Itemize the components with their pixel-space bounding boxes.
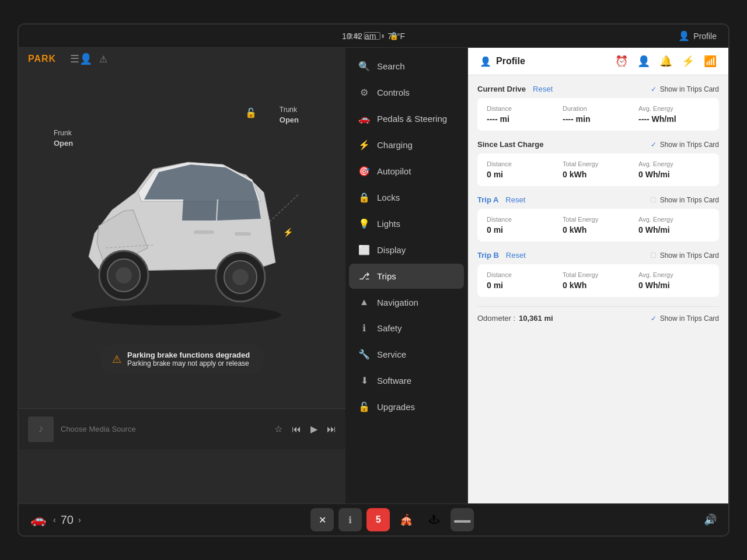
svg-rect-7 xyxy=(194,230,214,234)
trip-b-distance-label: Distance xyxy=(487,271,558,278)
svg-point-3 xyxy=(116,267,132,284)
alert-icon[interactable]: ⚠ xyxy=(99,54,107,65)
menu-item-navigation[interactable]: ▲ Navigation xyxy=(349,290,464,314)
menu-label-pedals: Pedals & Steering xyxy=(377,114,447,124)
menu-item-service[interactable]: 🔧 Service xyxy=(349,342,464,367)
trip-a-reset-button[interactable]: Reset xyxy=(505,195,525,204)
menu-item-pedals[interactable]: 🚗 Pedals & Steering xyxy=(349,106,464,131)
close-app-button[interactable]: ✕ xyxy=(310,508,334,531)
warning-subtitle: Parking brake may not apply or release xyxy=(127,359,250,368)
navigation-icon: ▲ xyxy=(358,297,370,307)
trip-b-total-energy: Total Energy 0 kWh xyxy=(563,271,634,290)
media-source-label[interactable]: Choose Media Source xyxy=(61,425,267,433)
bell-icon[interactable]: 🔔 xyxy=(659,55,672,68)
charging-icon: ⚡ xyxy=(358,139,370,150)
profile-button[interactable]: 👤 Profile xyxy=(678,30,717,41)
right-panel: 👤 Profile ⏰ 👤 🔔 ⚡ 📶 Current Drive xyxy=(468,48,728,503)
calendar-app-button[interactable]: 5 xyxy=(366,508,390,531)
display-icon: ⬜ xyxy=(358,244,370,256)
slc-distance-value: 0 mi xyxy=(487,170,558,179)
battery-icon xyxy=(364,32,383,40)
current-drive-show-label: Show in Trips Card xyxy=(660,85,719,93)
current-drive-reset-button[interactable]: Reset xyxy=(533,85,553,93)
menu-item-safety[interactable]: ℹ Safety xyxy=(349,316,464,341)
driver-profile-icon[interactable]: ☰👤 xyxy=(70,52,92,65)
lock-status-icon: 🔒 xyxy=(389,32,399,40)
trip-a-avg-energy-value: 0 Wh/mi xyxy=(638,225,710,235)
since-last-charge-stats: Distance 0 mi Total Energy 0 kWh Avg. En… xyxy=(477,153,719,186)
current-drive-section: Current Drive Reset ✓ Show in Trips Card… xyxy=(477,85,719,131)
slc-avg-energy-label: Avg. Energy xyxy=(638,160,710,167)
next-track-button[interactable]: ⏭ xyxy=(327,424,336,435)
trip-b-title: Trip B xyxy=(477,251,499,260)
menu-item-trips[interactable]: ⎇ Trips xyxy=(349,264,464,289)
trip-b-check-placeholder: ☐ xyxy=(650,251,657,260)
odometer-show-label: Show in Trips Card xyxy=(660,314,719,323)
menu-item-upgrades[interactable]: 🔓 Upgrades xyxy=(349,394,464,419)
trip-a-title: Trip A xyxy=(477,195,498,204)
trip-b-show-label: Show in Trips Card xyxy=(660,251,719,260)
menu-label-software: Software xyxy=(377,376,411,386)
status-bar: 0 % 🔒 10:42 am 70°F 👤 Profile xyxy=(19,24,728,48)
menu-label-trips: Trips xyxy=(377,271,396,281)
since-last-charge-avg-energy: Avg. Energy 0 Wh/mi xyxy=(638,160,710,179)
trip-a-total-energy: Total Energy 0 kWh xyxy=(563,216,634,235)
menu-label-safety: Safety xyxy=(377,323,402,333)
media-art: ♪ xyxy=(28,416,54,442)
menu-item-software[interactable]: ⬇ Software xyxy=(349,368,464,393)
current-drive-energy-value: ---- Wh/ml xyxy=(638,114,710,124)
trip-b-avg-energy-value: 0 Wh/mi xyxy=(638,281,710,290)
odometer-info: Odometer : 10,361 mi xyxy=(477,314,553,323)
menu-item-locks[interactable]: 🔒 Locks xyxy=(349,185,464,210)
profile-icons-row: ⏰ 👤 🔔 ⚡ 📶 xyxy=(615,55,717,68)
trip-b-reset-button[interactable]: Reset xyxy=(506,251,526,260)
taskbar-center: ✕ ℹ 5 🎪 🕹 ▬▬ xyxy=(310,508,474,531)
temp-decrease-button[interactable]: ‹ xyxy=(53,515,56,524)
signal-icon[interactable]: 📶 xyxy=(704,55,717,68)
person-icon[interactable]: 👤 xyxy=(637,55,650,68)
odometer-check-icon: ✓ xyxy=(651,314,657,323)
odometer-show-trips: ✓ Show in Trips Card xyxy=(651,314,719,323)
prev-track-button[interactable]: ⏮ xyxy=(292,424,301,435)
current-drive-left: Current Drive Reset xyxy=(477,85,553,93)
odometer-divider xyxy=(477,306,719,307)
music-app-button[interactable]: ▬▬ xyxy=(451,508,474,531)
info-app-button[interactable]: ℹ xyxy=(338,508,362,531)
trip-b-stats: Distance 0 mi Total Energy 0 kWh Avg. En… xyxy=(477,264,719,297)
trip-a-total-energy-value: 0 kWh xyxy=(563,225,634,235)
since-last-charge-title: Since Last Charge xyxy=(477,140,543,149)
trips-icon: ⎇ xyxy=(358,271,370,282)
since-last-charge-section: Since Last Charge ✓ Show in Trips Card D… xyxy=(477,140,719,186)
menu-label-navigation: Navigation xyxy=(377,298,418,307)
play-button[interactable]: ▶ xyxy=(310,424,317,435)
right-panel-header: 👤 Profile ⏰ 👤 🔔 ⚡ 📶 xyxy=(468,48,728,75)
current-drive-show-trips: ✓ Show in Trips Card xyxy=(651,85,719,93)
temp-value-display: 70 xyxy=(61,513,74,527)
bluetooth-icon[interactable]: ⚡ xyxy=(682,55,694,68)
menu-item-autopilot[interactable]: 🎯 Autopilot xyxy=(349,159,464,184)
favorite-button[interactable]: ☆ xyxy=(274,424,282,435)
left-panel: PARK ☰👤 ⚠ Frunk Open Trunk Open xyxy=(19,48,345,503)
alarm-icon[interactable]: ⏰ xyxy=(615,55,628,68)
controls-icon: ⚙ xyxy=(358,87,370,98)
slc-total-energy-value: 0 kWh xyxy=(563,170,634,179)
volume-icon[interactable]: 🔊 xyxy=(704,514,717,526)
menu-item-display[interactable]: ⬜ Display xyxy=(349,237,464,262)
menu-item-controls[interactable]: ⚙ Controls xyxy=(349,80,464,105)
trip-a-avg-energy: Avg. Energy 0 Wh/mi xyxy=(638,216,710,235)
media-controls: ☆ ⏮ ▶ ⏭ xyxy=(274,424,336,435)
menu-item-search[interactable]: 🔍 Search xyxy=(349,54,464,79)
dots-app-button[interactable]: 🎪 xyxy=(395,508,418,531)
menu-label-service: Service xyxy=(377,349,406,359)
temp-increase-button[interactable]: › xyxy=(78,515,81,524)
slc-total-energy-label: Total Energy xyxy=(563,160,634,167)
trip-a-check-placeholder: ☐ xyxy=(650,196,657,204)
trip-b-left: Trip B Reset xyxy=(477,251,526,260)
trip-b-distance-value: 0 mi xyxy=(487,281,558,290)
warning-title: Parking brake functions degraded xyxy=(127,351,250,359)
games-app-button[interactable]: 🕹 xyxy=(423,508,446,531)
menu-item-lights[interactable]: 💡 Lights xyxy=(349,211,464,236)
trip-a-stats: Distance 0 mi Total Energy 0 kWh Avg. En… xyxy=(477,209,719,242)
menu-item-charging[interactable]: ⚡ Charging xyxy=(349,132,464,158)
svg-point-0 xyxy=(71,304,281,326)
